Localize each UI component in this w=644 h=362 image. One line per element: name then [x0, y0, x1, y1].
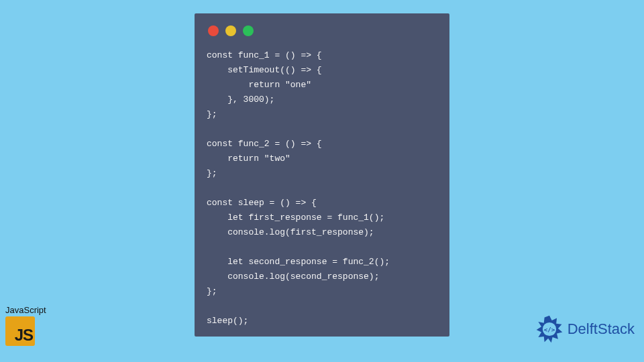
brand-gear-icon: </>: [534, 314, 565, 345]
brand-name: DelftStack: [568, 320, 635, 338]
code-window: const func_1 = () => { setTimeout(() => …: [195, 13, 449, 337]
code-content: const func_1 = () => { setTimeout(() => …: [207, 48, 437, 328]
javascript-logo-icon: JS: [5, 316, 35, 346]
javascript-badge-abbrev: JS: [15, 326, 33, 345]
minimize-icon: [225, 25, 236, 36]
javascript-badge-label: JavaScript: [5, 305, 52, 315]
window-traffic-lights: [208, 25, 437, 36]
javascript-badge: JavaScript JS: [5, 305, 52, 346]
svg-text:</>: </>: [543, 326, 555, 333]
maximize-icon: [243, 25, 254, 36]
close-icon: [208, 25, 219, 36]
brand-logo: </> DelftStack: [534, 314, 635, 345]
